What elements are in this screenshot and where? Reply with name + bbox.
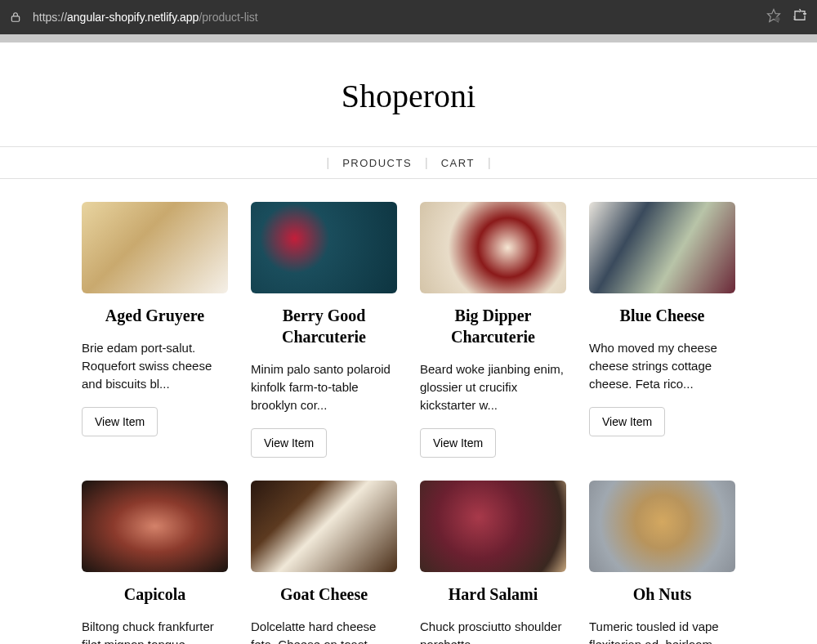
product-description: Tumeric tousled id vape flexitarian ad, … — [589, 618, 735, 644]
product-description: Biltong chuck frankfurter filet mignon t… — [82, 618, 228, 644]
url-input[interactable]: https://angular-shopify.netlify.app/prod… — [33, 11, 757, 24]
product-card: Capicola Biltong chuck frankfurter filet… — [82, 481, 228, 644]
product-title: Oh Nuts — [589, 584, 735, 605]
product-image[interactable] — [251, 202, 397, 293]
lock-icon — [10, 11, 23, 24]
url-domain: angular-shopify.netlify.app — [67, 11, 199, 24]
product-card: Oh Nuts Tumeric tousled id vape flexitar… — [589, 481, 735, 644]
svg-point-2 — [775, 17, 780, 22]
svg-rect-0 — [11, 16, 19, 21]
product-description: Chuck prosciutto shoulder porchetta — [420, 618, 566, 644]
extensions-icon[interactable] — [792, 8, 807, 26]
product-card: Big Dipper Charcuterie Beard woke jianbi… — [420, 202, 566, 458]
product-title: Goat Cheese — [251, 584, 397, 605]
product-card: Blue Cheese Who moved my cheese cheese s… — [589, 202, 735, 458]
url-path: /product-list — [199, 11, 257, 24]
product-card: Goat Cheese Dolcelatte hard cheese feta.… — [251, 481, 397, 644]
product-image[interactable] — [589, 481, 735, 572]
product-description: Minim palo santo polaroid kinfolk farm-t… — [251, 360, 397, 414]
view-item-button[interactable]: View Item — [251, 428, 327, 458]
nav-divider: | — [488, 156, 491, 169]
product-description: Dolcelatte hard cheese feta. Cheese on t… — [251, 618, 397, 644]
product-title: Berry Good Charcuterie — [251, 305, 397, 347]
product-card: Berry Good Charcuterie Minim palo santo … — [251, 202, 397, 458]
product-title: Blue Cheese — [589, 305, 735, 326]
view-item-button[interactable]: View Item — [82, 407, 158, 436]
product-title: Hard Salami — [420, 584, 566, 605]
product-description: Brie edam port-salut. Roquefort swiss ch… — [82, 339, 228, 392]
product-image[interactable] — [82, 202, 228, 293]
nav-cart[interactable]: CART — [428, 157, 488, 169]
product-description: Beard woke jianbing enim, glossier ut cr… — [420, 360, 566, 414]
browser-address-bar: https://angular-shopify.netlify.app/prod… — [0, 0, 817, 34]
tab-strip-shadow — [0, 34, 817, 42]
product-image[interactable] — [82, 481, 228, 572]
nav-products[interactable]: PRODUCTS — [329, 157, 425, 169]
url-prefix: https:// — [33, 11, 67, 24]
favorite-icon[interactable] — [766, 8, 781, 26]
product-title: Big Dipper Charcuterie — [420, 305, 566, 347]
product-card: Hard Salami Chuck prosciutto shoulder po… — [420, 481, 566, 644]
view-item-button[interactable]: View Item — [589, 407, 665, 436]
product-image[interactable] — [589, 202, 735, 293]
product-grid: Aged Gruyere Brie edam port-salut. Roque… — [0, 179, 817, 644]
site-title: Shoperoni — [0, 42, 817, 146]
view-item-button[interactable]: View Item — [420, 428, 496, 458]
main-nav: | PRODUCTS | CART | — [0, 146, 817, 179]
product-title: Capicola — [82, 584, 228, 605]
product-image[interactable] — [251, 481, 397, 572]
product-card: Aged Gruyere Brie edam port-salut. Roque… — [82, 202, 228, 458]
product-description: Who moved my cheese cheese strings cotta… — [589, 339, 735, 392]
product-title: Aged Gruyere — [82, 305, 228, 326]
product-image[interactable] — [420, 202, 566, 293]
product-image[interactable] — [420, 481, 566, 572]
